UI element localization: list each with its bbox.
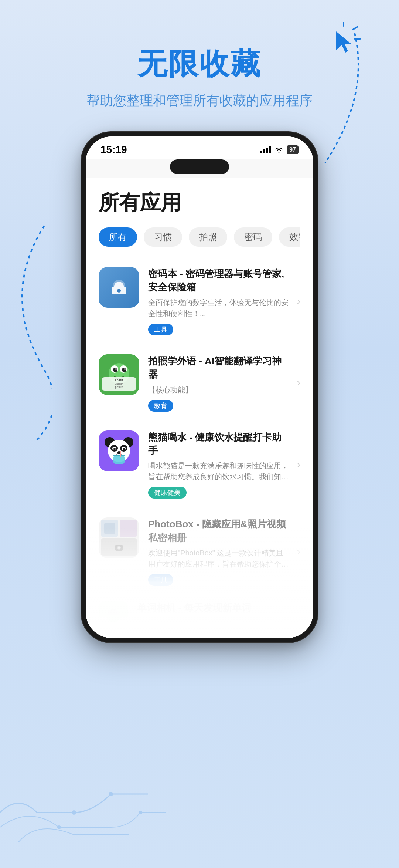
app-name-learn: 拍照学外语 - AI智能翻译学习神器 [148,354,289,381]
filter-tabs: 所有 习惯 拍照 密码 效率 美颜 [99,227,300,247]
app-list: 密码本 - 密码管理器与账号管家,安全保险箱 全面保护您的数字生活，体验无与伦比… [99,258,300,636]
wifi-icon [275,147,283,153]
svg-point-0 [72,810,76,815]
app-icon-learn: Learn English picture [99,354,139,395]
svg-text:Learn: Learn [115,378,123,382]
app-tag-panda: 健康健美 [148,487,187,499]
phone-outer: 15:19 [81,132,318,642]
signal-icon [260,146,271,153]
svg-point-1 [109,792,113,796]
svg-rect-35 [120,451,121,457]
svg-point-40 [107,609,120,622]
svg-text:picture: picture [115,386,123,389]
dynamic-island [170,159,229,174]
svg-rect-34 [113,455,125,456]
svg-text:English: English [115,382,123,385]
svg-point-3 [139,811,142,814]
main-title: 无限收藏 [0,44,399,84]
app-item-password[interactable]: 密码本 - 密码管理器与账号管家,安全保险箱 全面保护您的数字生活，体验无与伦比… [99,258,300,345]
svg-point-30 [113,448,116,450]
app-icon-password [99,267,139,308]
svg-rect-33 [113,456,125,464]
app-tag-photobox: 工具 [148,574,173,586]
app-desc-learn: 【核心功能】 [148,384,289,395]
sub-title: 帮助您整理和管理所有收藏的应用程序 [0,92,399,110]
app-item-learn[interactable]: Learn English picture 拍照学外语 - AI智能翻译学习神器… [99,345,300,421]
svg-point-17 [124,368,126,370]
app-info-panda: 熊猫喝水 - 健康饮水提醒打卡助手 喝水熊猫是一款充满乐趣和趣味性的应用，旨在帮… [148,430,300,499]
app-info-learn: 拍照学外语 - AI智能翻译学习神器 【核心功能】 教育 [148,354,300,412]
svg-point-2 [57,825,61,829]
chevron-right-icon: › [297,295,300,307]
app-item-word-camera[interactable]: 单词相机 - 每天发现新单词 [99,595,300,636]
app-info-password: 密码本 - 密码管理器与账号管家,安全保险箱 全面保护您的数字生活，体验无与伦比… [148,267,300,335]
app-icon-word-camera [99,601,128,631]
phone-screen: 15:19 [86,136,313,638]
svg-point-38 [118,547,120,549]
chevron-right-icon: › [297,546,300,558]
app-desc-panda: 喝水熊猫是一款充满乐趣和趣味性的应用，旨在帮助您养成良好的饮水习惯。我们知道水对… [148,460,289,482]
app-content: 所有应用 所有 习惯 拍照 密码 效率 美颜 [86,178,313,638]
app-tag-learn: 教育 [148,400,173,412]
app-info-word-camera: 单词相机 - 每天发现新单词 [137,601,300,617]
app-icon-photobox [99,517,139,558]
tab-all[interactable]: 所有 [99,227,137,247]
page-title: 所有应用 [99,189,300,217]
tab-photo[interactable]: 拍照 [189,227,227,247]
app-info-photobox: PhotoBox - 隐藏应用&照片视频私密相册 欢迎使用"PhotoBox",… [148,517,300,586]
chevron-right-icon: › [297,377,300,389]
svg-point-9 [117,289,121,293]
app-item-photobox[interactable]: PhotoBox - 隐藏应用&照片视频私密相册 欢迎使用"PhotoBox",… [99,508,300,595]
phone-mockup: 15:19 [0,132,399,642]
header-section: 无限收藏 帮助您整理和管理所有收藏的应用程序 [0,0,399,110]
app-item-panda[interactable]: 熊猫喝水 - 健康饮水提醒打卡助手 喝水熊猫是一款充满乐趣和趣味性的应用，旨在帮… [99,421,300,509]
app-icon-panda [99,430,139,471]
app-name-password: 密码本 - 密码管理器与账号管家,安全保险箱 [148,267,289,294]
app-name-word-camera: 单词相机 - 每天发现新单词 [137,601,289,614]
status-icons: 97 [260,145,299,154]
svg-point-14 [113,368,117,372]
battery-indicator: 97 [287,145,299,154]
chevron-right-icon: › [297,459,300,470]
svg-point-16 [115,368,117,370]
svg-point-31 [123,448,125,450]
app-tag-password: 工具 [148,324,173,335]
app-desc-photobox: 欢迎使用"PhotoBox",这是一款设计精美且用户友好的应用程序，旨在帮助您保… [148,547,289,570]
tab-efficiency[interactable]: 效率 [279,227,300,247]
tab-habit[interactable]: 习惯 [144,227,182,247]
app-name-panda: 熊猫喝水 - 健康饮水提醒打卡助手 [148,430,289,457]
status-time: 15:19 [100,144,127,156]
status-bar: 15:19 [86,136,313,159]
svg-point-15 [122,368,126,372]
app-name-photobox: PhotoBox - 隐藏应用&照片视频私密相册 [148,517,289,544]
app-desc-password: 全面保护您的数字生活，体验无与伦比的安全性和便利性！... [148,297,289,319]
tab-password[interactable]: 密码 [234,227,272,247]
